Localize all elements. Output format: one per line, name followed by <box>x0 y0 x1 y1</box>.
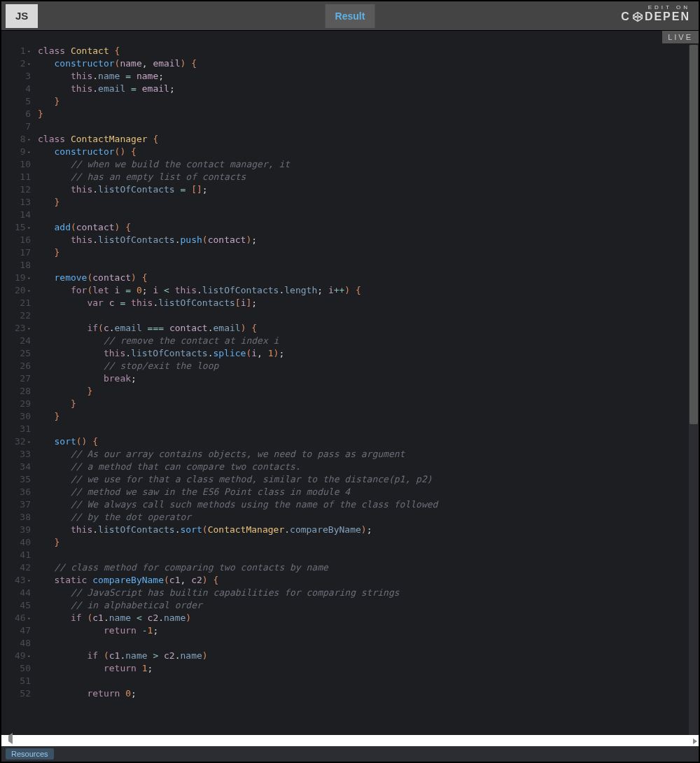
horizontal-scrollbar[interactable] <box>1 735 699 746</box>
main-area: LIVE 12345678910111213141516171819202122… <box>1 31 699 762</box>
line-number-gutter: 1234567891011121314151617181920212223242… <box>1 45 38 735</box>
codepen-brand-link[interactable]: EDIT ON C DEPEN <box>621 4 690 23</box>
footer-bar: Resources <box>1 746 699 762</box>
topbar: JS Result EDIT ON C DEPEN <box>1 1 699 31</box>
edit-on-label: EDIT ON <box>621 4 690 10</box>
tab-js[interactable]: JS <box>6 4 38 28</box>
vertical-scrollbar[interactable] <box>689 45 699 735</box>
tab-result[interactable]: Result <box>326 4 375 28</box>
code-content[interactable]: class Contact { constructor(name, email)… <box>38 45 699 735</box>
codepen-logo: C DEPEN <box>621 10 690 23</box>
resources-button[interactable]: Resources <box>6 748 54 760</box>
live-badge: LIVE <box>662 31 699 43</box>
code-editor[interactable]: 1234567891011121314151617181920212223242… <box>1 31 699 735</box>
codepen-cube-icon <box>632 11 643 22</box>
scrollbar-thumb[interactable] <box>690 45 698 424</box>
